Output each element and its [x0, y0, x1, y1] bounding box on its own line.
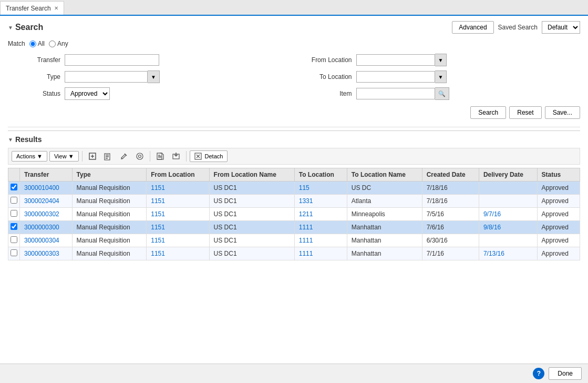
table-row[interactable]: 3000000304Manual Requisition1151US DC111…	[8, 234, 580, 247]
results-header: ▼ Results	[8, 135, 580, 144]
row-checkbox[interactable]	[11, 249, 17, 256]
col-header-type: Type	[72, 168, 147, 182]
from-location-dropdown-btn[interactable]: ▼	[435, 54, 447, 66]
table-cell[interactable]: 3000000300	[20, 221, 73, 234]
actions-label: Actions	[16, 153, 35, 159]
to-location-input[interactable]	[356, 71, 435, 83]
table-cell[interactable]: 1111	[294, 221, 347, 234]
transfer-label: Transfer	[8, 56, 60, 64]
collapse-results-icon[interactable]: ▼	[8, 137, 13, 143]
table-cell[interactable]: 1151	[147, 234, 209, 247]
create-icon-btn[interactable]	[86, 150, 99, 162]
to-location-dropdown-btn[interactable]: ▼	[435, 70, 447, 83]
bottom-bar: ? Done	[0, 364, 588, 383]
edit-icon-btn[interactable]	[101, 150, 115, 162]
table-row[interactable]: 3000000302Manual Requisition1151US DC112…	[8, 208, 580, 221]
table-cell[interactable]	[8, 208, 20, 221]
row-checkbox[interactable]	[11, 197, 17, 204]
type-input[interactable]	[65, 71, 148, 83]
import-icon-btn[interactable]	[169, 150, 183, 162]
table-cell: Manual Requisition	[72, 234, 147, 247]
saved-search-select[interactable]: Default	[542, 21, 580, 34]
table-row[interactable]: 3000020404Manual Requisition1151US DC113…	[8, 195, 580, 208]
match-any-label[interactable]: Any	[49, 40, 68, 47]
col-header-status: Status	[537, 168, 580, 182]
table-cell[interactable]: 9/8/16	[479, 221, 537, 234]
table-cell: Approved	[537, 208, 580, 221]
search-button[interactable]: Search	[470, 106, 506, 119]
row-checkbox[interactable]	[11, 184, 17, 190]
row-checkbox[interactable]	[11, 210, 17, 217]
item-input[interactable]	[356, 88, 435, 99]
table-cell[interactable]: 1151	[147, 195, 209, 208]
match-any-radio[interactable]	[49, 41, 56, 47]
tab-bar: Transfer Search ✕	[0, 0, 588, 16]
table-cell[interactable]: 3000000304	[20, 234, 73, 247]
table-cell[interactable]	[8, 195, 20, 208]
table-row[interactable]: 3000000303Manual Requisition1151US DC111…	[8, 247, 580, 260]
col-header-delivery-date: Delivery Date	[479, 168, 537, 182]
done-button[interactable]: Done	[549, 367, 582, 380]
view-arrow-icon: ▼	[68, 153, 74, 159]
table-cell[interactable]: 115	[294, 182, 347, 195]
status-row: Status Approved Pending Rejected	[8, 87, 289, 100]
table-cell: Manhattan	[347, 247, 422, 260]
table-cell[interactable]: 1151	[147, 208, 209, 221]
results-section: ▼ Results Actions ▼ View ▼	[8, 130, 580, 260]
table-cell[interactable]: 1151	[147, 182, 209, 195]
table-cell[interactable]: 1211	[294, 208, 347, 221]
table-cell: US DC1	[209, 234, 294, 247]
type-row: Type ▼	[8, 70, 289, 83]
actions-button[interactable]: Actions ▼	[12, 151, 47, 162]
table-cell: Approved	[537, 182, 580, 195]
table-cell[interactable]	[8, 247, 20, 260]
close-tab-icon[interactable]: ✕	[54, 5, 58, 11]
table-cell: Manual Requisition	[72, 247, 147, 260]
detach-button[interactable]: Detach	[190, 150, 228, 162]
match-all-radio[interactable]	[29, 41, 36, 47]
reset-button[interactable]: Reset	[509, 106, 541, 119]
table-cell[interactable]: 3000010400	[20, 182, 73, 195]
table-cell: 7/6/16	[422, 221, 479, 234]
table-cell[interactable]: 1111	[294, 247, 347, 260]
search-title-text: Search	[15, 23, 43, 32]
pencil-icon-btn[interactable]	[117, 150, 131, 162]
table-cell[interactable]: 3000020404	[20, 195, 73, 208]
table-cell[interactable]: 9/7/16	[479, 208, 537, 221]
save-button[interactable]: Save...	[545, 106, 580, 119]
table-cell	[479, 182, 537, 195]
table-cell[interactable]: 1151	[147, 221, 209, 234]
table-cell[interactable]	[8, 182, 20, 195]
table-cell[interactable]: 1151	[147, 247, 209, 260]
table-cell[interactable]: 1111	[294, 234, 347, 247]
table-cell[interactable]: 7/13/16	[479, 247, 537, 260]
table-cell[interactable]: 3000000302	[20, 208, 73, 221]
help-button[interactable]: ?	[533, 368, 544, 379]
to-location-input-group: ▼	[356, 70, 447, 83]
export-icon-btn[interactable]	[153, 150, 167, 162]
table-row[interactable]: 3000000300Manual Requisition1151US DC111…	[8, 221, 580, 234]
row-checkbox[interactable]	[11, 236, 17, 243]
table-cell[interactable]: 1331	[294, 195, 347, 208]
table-row[interactable]: 3000010400Manual Requisition1151US DC111…	[8, 182, 580, 195]
table-cell[interactable]	[8, 221, 20, 234]
advanced-button[interactable]: Advanced	[452, 21, 493, 34]
row-checkbox[interactable]	[11, 223, 17, 230]
status-select[interactable]: Approved Pending Rejected	[65, 87, 110, 100]
type-dropdown-btn[interactable]: ▼	[148, 70, 160, 83]
transfer-input[interactable]	[65, 54, 159, 66]
match-all-label[interactable]: All	[29, 40, 45, 47]
item-search-icon-btn[interactable]: 🔍	[435, 87, 449, 100]
view-button[interactable]: View ▼	[49, 151, 79, 162]
table-cell[interactable]: 3000000303	[20, 247, 73, 260]
transfer-search-tab[interactable]: Transfer Search ✕	[0, 1, 64, 15]
saved-search-label: Saved Search	[498, 24, 538, 31]
view-detail-icon-btn[interactable]	[133, 150, 147, 162]
table-cell[interactable]	[8, 234, 20, 247]
collapse-search-icon[interactable]: ▼	[8, 25, 13, 31]
from-location-input[interactable]	[356, 54, 435, 66]
toolbar-separator-1	[82, 151, 82, 162]
advanced-saved-controls: Advanced Saved Search Default	[452, 21, 580, 34]
view-label: View	[54, 153, 67, 159]
col-header-created-date: Created Date	[422, 168, 479, 182]
